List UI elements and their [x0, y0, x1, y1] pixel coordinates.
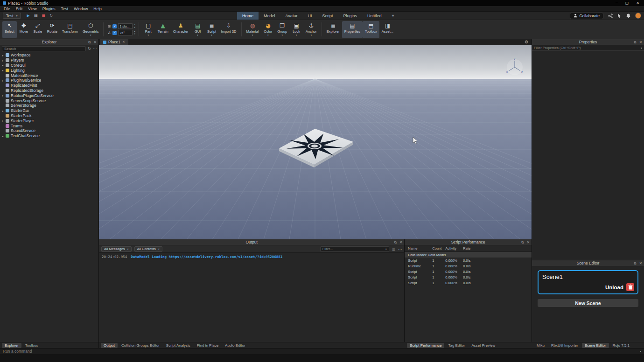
expand-arrow-icon[interactable]: ▸	[1, 94, 4, 97]
column-count[interactable]: Count	[432, 246, 445, 251]
user-avatar[interactable]	[635, 13, 641, 19]
menu-item[interactable]: Plugins	[40, 7, 58, 11]
ribbon-button[interactable]: ❐ Group ▾	[275, 21, 289, 38]
more-options-icon[interactable]: ⋯	[398, 247, 402, 251]
minimize-button[interactable]: ─	[616, 0, 618, 6]
explorer-tree-item[interactable]: ▸ CoreGui	[0, 63, 98, 68]
ribbon-button[interactable]: ♟ Character ▾	[171, 21, 191, 38]
panel-tab[interactable]: RbxUtil Importer	[548, 343, 581, 348]
ribbon-button[interactable]: ◍ Material ▾	[244, 21, 261, 38]
ribbon-button[interactable]: ◨ Asset... ▾	[379, 21, 396, 38]
explorer-tree-item[interactable]: ▸ StarterPack	[0, 113, 98, 118]
explorer-tree-item[interactable]: ▸ RobloxPluginGuiService	[0, 93, 98, 98]
ribbon-button[interactable]: ↖ Select ▾	[2, 21, 17, 38]
explorer-tree-item[interactable]: ▸ StarterGui	[0, 108, 98, 113]
expand-arrow-icon[interactable]: ▸	[1, 63, 4, 67]
snap-stepper[interactable]: ▴ ▾	[134, 24, 135, 28]
menu-item[interactable]: Edit	[13, 7, 26, 11]
perf-table-row[interactable]: Runtime 1 0.000% 0.0/s	[405, 263, 532, 269]
ribbon-button[interactable]: ⇩ Import 3D ▾	[219, 21, 239, 38]
snap-checkbox[interactable]: ✓	[112, 24, 117, 28]
stepper-down-icon[interactable]: ▾	[134, 33, 135, 35]
explorer-tree-item[interactable]: ▸ Teams	[0, 123, 98, 128]
close-panel-icon[interactable]: ✕	[399, 239, 402, 245]
perf-table-row[interactable]: Script 1 0.000% 0.0/s	[405, 280, 532, 285]
ribbon-tab[interactable]: Model	[259, 12, 280, 20]
panel-tab[interactable]: Toolbox	[22, 343, 41, 348]
share-icon[interactable]	[608, 14, 613, 18]
snap-value-input[interactable]: 1 stu...	[118, 23, 133, 29]
perf-group-row[interactable]: Data Model: Data Model	[405, 252, 532, 258]
unload-button[interactable]: Unload	[605, 285, 623, 290]
explorer-tree-item[interactable]: ▸ PluginGuiService	[0, 78, 98, 83]
menu-item[interactable]: File	[1, 7, 13, 11]
3d-viewport[interactable]: x y z	[99, 45, 532, 239]
panel-tab[interactable]: Script Performance	[407, 343, 444, 348]
ribbon-button[interactable]: ▲ Terrain ▾	[155, 21, 171, 38]
perf-table-row[interactable]: Script 1 0.000% 0.0/s	[405, 274, 532, 280]
contexts-filter-dropdown[interactable]: All Contexts ▾	[134, 246, 162, 252]
messages-filter-dropdown[interactable]: All Messages ▾	[101, 246, 132, 252]
ribbon-button[interactable]: ▤ Properties ▾	[342, 21, 363, 38]
expand-arrow-icon[interactable]: ▸	[1, 79, 4, 82]
float-panel-icon[interactable]: ⧉	[394, 239, 397, 245]
close-panel-icon[interactable]: ✕	[639, 260, 642, 266]
panel-tab[interactable]: Tag Editor	[445, 343, 468, 348]
ribbon-button[interactable]: ⚓ Anchor ▾	[303, 21, 319, 38]
perf-table-row[interactable]: Script 1 0.000% 0.0/s	[405, 258, 532, 263]
notifications-bell-icon[interactable]	[626, 14, 630, 18]
ribbon-button[interactable]: ▤ GUI ▾	[191, 21, 205, 38]
pause-icon[interactable]: ▮▮	[34, 12, 37, 20]
explorer-tree-item[interactable]: ▸ ServerStorage	[0, 103, 98, 108]
close-panel-icon[interactable]: ✕	[94, 39, 97, 45]
explorer-tree-item[interactable]: ▸ SoundService	[0, 128, 98, 133]
pointer-mode-icon[interactable]	[617, 14, 622, 18]
collaborate-button[interactable]: Collaborate	[570, 13, 603, 19]
explorer-tree-item[interactable]: ▸ MaterialService	[0, 73, 98, 78]
close-button[interactable]: ✕	[636, 0, 639, 6]
panel-tab[interactable]: Explorer	[2, 343, 21, 348]
ribbon-button[interactable]: ≣ Script ▾	[205, 21, 219, 38]
perf-table-header[interactable]: Name Count Activity Rate	[405, 245, 532, 252]
new-scene-button[interactable]: New Scene	[538, 299, 638, 307]
stepper-down-icon[interactable]: ▾	[134, 27, 135, 29]
panel-tab[interactable]: Output	[101, 343, 118, 348]
menu-item[interactable]: View	[25, 7, 39, 11]
output-filter-input[interactable]	[322, 247, 384, 251]
clear-log-icon[interactable]: ≣	[392, 247, 395, 251]
ribbon-button[interactable]: ≣ Explorer ▾	[324, 21, 342, 38]
menu-item[interactable]: Window	[71, 7, 91, 11]
ribbon-button[interactable]: ⟳ Rotate ▾	[45, 21, 60, 38]
expand-arrow-icon[interactable]: ▸	[1, 134, 4, 138]
close-tab-icon[interactable]: ✕	[122, 40, 125, 44]
panel-tab[interactable]: Collision Groups Editor	[119, 343, 162, 348]
explorer-tree-item[interactable]: ▸ ReplicatedStorage	[0, 88, 98, 93]
ribbon-tab[interactable]: UI	[302, 12, 317, 20]
ribbon-tab[interactable]: Avatar	[280, 12, 303, 20]
float-panel-icon[interactable]: ⧉	[634, 260, 636, 266]
ribbon-tab[interactable]: Untitled	[362, 12, 387, 20]
explorer-tree-item[interactable]: ▸ TextChatService	[0, 133, 98, 139]
explorer-tree-item[interactable]: ▸ ServerScriptService	[0, 98, 98, 103]
panel-tab[interactable]: Rojo 7.5.1	[610, 343, 632, 348]
close-panel-icon[interactable]: ✕	[639, 39, 642, 45]
panel-tab[interactable]: Audio Editor	[222, 343, 248, 348]
explorer-tree-item[interactable]: ▸ Players	[0, 58, 98, 63]
panel-tab[interactable]: Miku	[534, 343, 547, 348]
explorer-tree-item[interactable]: ▸ ReplicatedFirst	[0, 83, 98, 88]
ribbon-tab[interactable]: Plugins	[338, 12, 362, 20]
explorer-tree-item[interactable]: ▸ Workspace	[0, 53, 98, 58]
perf-table-row[interactable]: Script 1 0.000% 0.0/s	[405, 269, 532, 274]
command-bar-caret-icon[interactable]: ▾	[640, 350, 641, 353]
ribbon-tab[interactable]: Home	[237, 12, 259, 20]
stop-icon[interactable]: ■	[42, 12, 45, 20]
test-mode-dropdown[interactable]: Test ▾	[3, 13, 21, 19]
chevron-down-icon[interactable]: ▾	[385, 248, 387, 251]
expand-arrow-icon[interactable]: ▸	[1, 59, 4, 62]
column-name[interactable]: Name	[408, 246, 432, 251]
ribbon-button[interactable]: ▢ Part ▾	[141, 21, 155, 38]
command-input[interactable]	[3, 349, 638, 354]
ribbon-button[interactable]: ▣ Lock ▾	[289, 21, 303, 38]
ribbon-tab[interactable]: Script	[317, 12, 338, 20]
float-panel-icon[interactable]: ⧉	[88, 39, 91, 45]
